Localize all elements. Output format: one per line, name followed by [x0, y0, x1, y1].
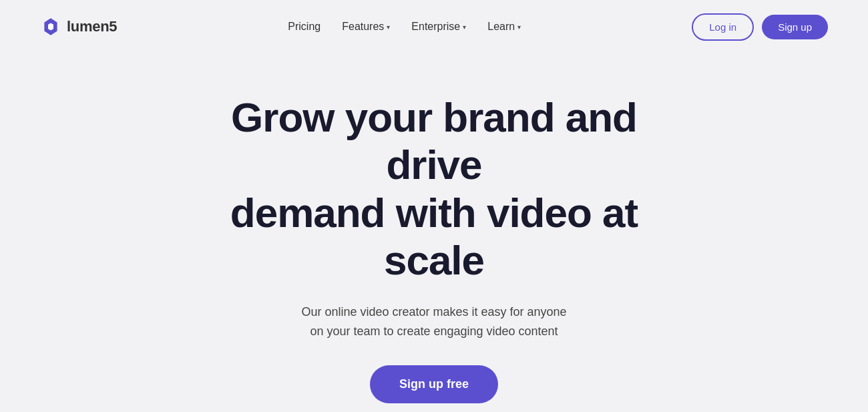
logo-text: lumen5 [67, 18, 117, 35]
enterprise-chevron-icon: ▾ [463, 23, 466, 31]
features-chevron-icon: ▾ [387, 23, 390, 31]
navbar: lumen5 Pricing Features ▾ Enterprise ▾ L… [0, 0, 868, 53]
hero-subtitle: Our online video creator makes it easy f… [301, 302, 566, 341]
nav-enterprise[interactable]: Enterprise ▾ [411, 21, 466, 33]
nav-learn[interactable]: Learn ▾ [487, 21, 521, 33]
lumen5-logo-icon [40, 16, 61, 37]
hero-section: Grow your brand and drive demand with vi… [0, 53, 868, 412]
nav-features[interactable]: Features ▾ [342, 21, 390, 33]
learn-chevron-icon: ▾ [517, 23, 521, 31]
hero-title: Grow your brand and drive demand with vi… [180, 93, 688, 284]
signup-nav-button[interactable]: Sign up [762, 15, 828, 39]
nav-pricing[interactable]: Pricing [288, 21, 320, 33]
logo[interactable]: lumen5 [40, 16, 117, 37]
login-button[interactable]: Log in [692, 13, 754, 41]
nav-links: Pricing Features ▾ Enterprise ▾ Learn ▾ [288, 21, 521, 33]
signup-hero-button[interactable]: Sign up free [370, 365, 498, 403]
nav-actions: Log in Sign up [692, 13, 828, 41]
